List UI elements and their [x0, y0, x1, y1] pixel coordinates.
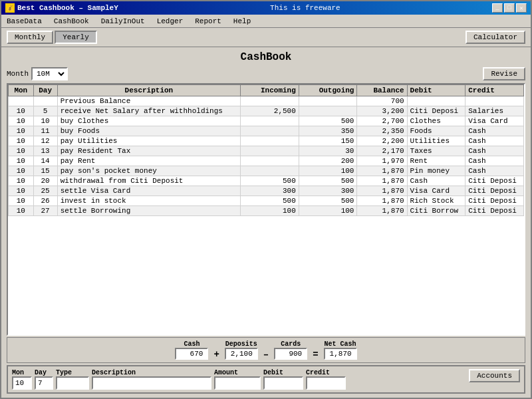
title-bar-controls: _ □ ✕ — [492, 3, 527, 13]
amount-input-label: Amount — [214, 369, 261, 376]
month-select[interactable]: 10M 1M 2M 3M 4M 5M 6M 7M 8M 9M 11M 12M — [31, 67, 68, 80]
day-input[interactable] — [35, 376, 53, 390]
month-selector: Month 10M 1M 2M 3M 4M 5M 6M 7M 8M 9M 11M… — [7, 67, 68, 80]
debit-field-group: Debit — [263, 369, 303, 390]
header-balance: Balance — [357, 85, 407, 96]
op1: + — [211, 349, 221, 360]
type-input[interactable] — [56, 376, 89, 390]
mon-input[interactable] — [12, 376, 32, 390]
revise-button[interactable]: Revise — [483, 67, 525, 80]
main-window: 💰 Best Cashbook – SampleY This is freewa… — [0, 0, 532, 399]
net-cash-section: Net Cash 1,870 — [324, 340, 357, 360]
maximize-button[interactable]: □ — [504, 3, 515, 13]
amount-input[interactable] — [214, 376, 261, 390]
debit-input[interactable] — [263, 376, 303, 390]
app-icon: 💰 — [5, 3, 15, 13]
menu-ledger[interactable]: Ledger — [154, 17, 186, 26]
cash-section: Cash 670 — [175, 340, 208, 360]
op3: = — [310, 349, 321, 360]
desc-input[interactable] — [92, 376, 211, 390]
cards-label: Cards — [281, 340, 301, 348]
cash-label: Cash — [184, 340, 200, 348]
cashbook-table-container: Mon Day Description Incoming Outgoing Ba… — [7, 83, 525, 336]
credit-input[interactable] — [306, 376, 346, 390]
header-day: Day — [33, 85, 57, 96]
table-row[interactable]: Previous Balance700 — [9, 96, 524, 106]
type-input-label: Type — [56, 369, 89, 376]
desc-input-label: Description — [92, 369, 211, 376]
main-content: CashBook Month 10M 1M 2M 3M 4M 5M 6M 7M … — [1, 47, 531, 398]
table-row[interactable]: 1027settle Borrowing1001001,870Citi Borr… — [9, 206, 524, 216]
table-row[interactable]: 1010buy Clothes5002,700ClothesVisa Card — [9, 116, 524, 126]
minimize-button[interactable]: _ — [492, 3, 503, 13]
table-body: Previous Balance700105receive Net Salary… — [9, 96, 524, 216]
title-bar: 💰 Best Cashbook – SampleY This is freewa… — [1, 1, 531, 15]
net-cash-value: 1,870 — [324, 348, 357, 360]
header-credit: Credit — [466, 85, 524, 96]
window-title: Best Cashbook – SampleY — [17, 4, 118, 12]
summary-bar: Cash 670 + Deposits 2,100 – Cards 900 = … — [7, 337, 525, 363]
cashbook-table: Mon Day Description Incoming Outgoing Ba… — [8, 84, 524, 216]
day-field-group: Day — [35, 369, 53, 390]
net-cash-label: Net Cash — [325, 340, 356, 348]
yearly-button[interactable]: Yearly — [55, 31, 97, 44]
deposits-value: 2,100 — [225, 348, 258, 360]
cards-value: 900 — [274, 348, 307, 360]
calculator-button[interactable]: Calculator — [466, 31, 525, 44]
cards-section: Cards 900 — [274, 340, 307, 360]
header-incoming: Incoming — [241, 85, 299, 96]
table-row[interactable]: 1011buy Foods3502,350FoodsCash — [9, 126, 524, 136]
title-bar-left: 💰 Best Cashbook – SampleY — [5, 3, 118, 13]
desc-field-group: Description — [92, 369, 211, 390]
credit-field-group: Credit — [306, 369, 346, 390]
table-row[interactable]: 1020withdrawal from Citi Deposit5005001,… — [9, 176, 524, 186]
table-row[interactable]: 1015pay son's pocket money1001,870Pin mo… — [9, 166, 524, 176]
cashbook-title: CashBook — [7, 51, 525, 63]
toolbar-left: Monthly Yearly — [7, 31, 97, 44]
table-row[interactable]: 1012pay Utilities1502,200UtilitiesCash — [9, 136, 524, 146]
top-controls: Month 10M 1M 2M 3M 4M 5M 6M 7M 8M 9M 11M… — [7, 67, 525, 80]
table-row[interactable]: 1026invest in stock5005001,870Rich Stock… — [9, 196, 524, 206]
amount-field-group: Amount — [214, 369, 261, 390]
type-field-group: Type — [56, 369, 89, 390]
monthly-button[interactable]: Monthly — [7, 31, 53, 44]
menu-cashbook[interactable]: CashBook — [51, 17, 92, 26]
op2: – — [261, 349, 271, 360]
header-debit: Debit — [407, 85, 466, 96]
mon-input-label: Mon — [12, 369, 32, 376]
month-label: Month — [7, 70, 29, 78]
input-bar: Mon Day Type Description Amount Debit — [7, 365, 525, 394]
menu-bar: BaseData CashBook DailyInOut Ledger Repo… — [1, 15, 531, 28]
accounts-button[interactable]: Accounts — [469, 369, 520, 382]
toolbar: Monthly Yearly Calculator — [1, 28, 531, 47]
menu-basedata[interactable]: BaseData — [4, 17, 45, 26]
close-button[interactable]: ✕ — [516, 3, 527, 13]
header-mon: Mon — [9, 85, 34, 96]
table-row[interactable]: 1025settle Visa Card3003001,870Visa Card… — [9, 186, 524, 196]
menu-dailyinout[interactable]: DailyInOut — [98, 17, 148, 26]
menu-report[interactable]: Report — [192, 17, 224, 26]
mon-field-group: Mon — [12, 369, 32, 390]
window-subtitle: This is freeware — [270, 4, 340, 12]
cash-value: 670 — [175, 348, 208, 360]
credit-input-label: Credit — [306, 369, 346, 376]
menu-help[interactable]: Help — [231, 17, 253, 26]
header-outgoing: Outgoing — [299, 85, 357, 96]
deposits-section: Deposits 2,100 — [225, 340, 258, 360]
table-header-row: Mon Day Description Incoming Outgoing Ba… — [9, 85, 524, 96]
day-input-label: Day — [35, 369, 53, 376]
header-desc: Description — [57, 85, 241, 96]
table-row[interactable]: 105receive Net Salary after withholdings… — [9, 106, 524, 116]
table-row[interactable]: 1014pay Rent2001,970RentCash — [9, 156, 524, 166]
debit-input-label: Debit — [263, 369, 303, 376]
deposits-label: Deposits — [225, 340, 257, 348]
table-row[interactable]: 1013pay Resident Tax302,170TaxesCash — [9, 146, 524, 156]
